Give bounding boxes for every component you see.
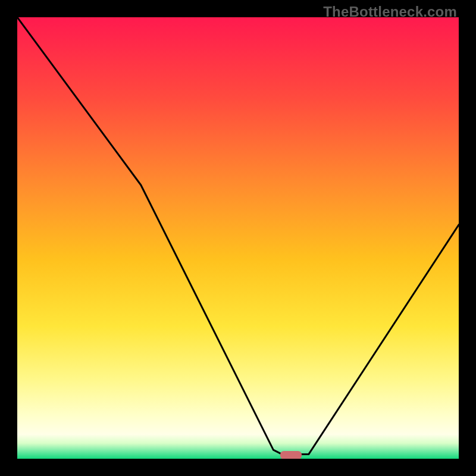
optimum-marker [280, 451, 302, 459]
plot-area [17, 17, 459, 459]
bottleneck-chart [17, 17, 459, 459]
chart-frame: TheBottleneck.com [0, 0, 476, 476]
gradient-background [17, 17, 459, 459]
